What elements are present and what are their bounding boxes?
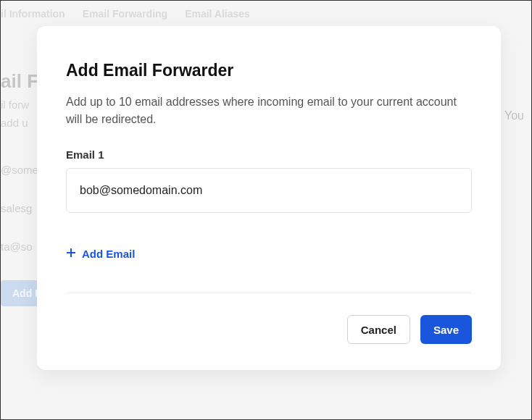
add-email-label: Add Email xyxy=(82,248,135,260)
save-button[interactable]: Save xyxy=(420,315,472,344)
add-email-forwarder-modal: Add Email Forwarder Add up to 10 email a… xyxy=(37,26,501,370)
email-1-label: Email 1 xyxy=(66,148,472,161)
plus-icon xyxy=(66,248,76,260)
modal-title: Add Email Forwarder xyxy=(66,61,472,80)
modal-actions: Cancel Save xyxy=(66,315,472,344)
modal-divider xyxy=(66,293,472,293)
email-1-input[interactable] xyxy=(66,168,472,213)
add-email-button[interactable]: Add Email xyxy=(66,248,135,260)
modal-description: Add up to 10 email addresses where incom… xyxy=(66,93,472,128)
cancel-button[interactable]: Cancel xyxy=(347,315,410,344)
